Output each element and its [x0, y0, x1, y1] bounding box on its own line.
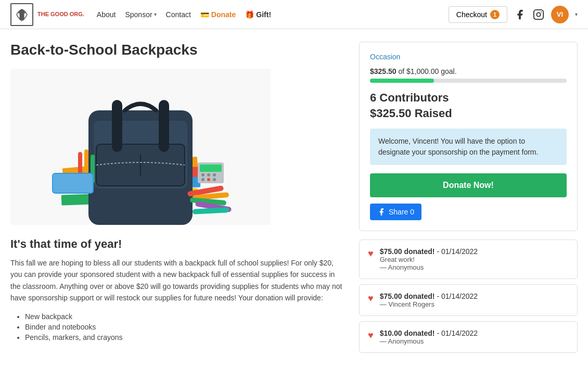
- heart-icon: ♥: [368, 248, 374, 259]
- donation-info-2: $10.00 donated! - 01/14/2022 — Anonymous: [380, 329, 569, 345]
- nav-donate[interactable]: 💳 Donate: [200, 10, 236, 19]
- raised-amount: $325.50: [370, 67, 397, 75]
- svg-point-28: [213, 173, 216, 176]
- fb-icon: [377, 208, 386, 216]
- nav-gift[interactable]: 🎁 Gift!: [245, 10, 271, 19]
- logo-text: THE GOOD ORG.: [37, 11, 84, 18]
- logo-icon: [14, 7, 30, 22]
- svg-rect-25: [200, 165, 222, 172]
- donation-info-1: $75.00 donated! - 01/14/2022 — Vincent R…: [380, 292, 569, 308]
- page-title: Back-to-School Backpacks: [10, 42, 343, 58]
- user-dropdown-icon[interactable]: ▾: [575, 11, 578, 17]
- campaign-panel: Occasion $325.50 of $1,000.00 goal. 6 Co…: [359, 42, 578, 231]
- goal-suffix: of $1,000.00 goal.: [397, 67, 457, 75]
- supply-list: New backpack Binder and notebooks Pencil…: [10, 312, 343, 342]
- donation-amount-2: $10.00 donated!: [380, 329, 435, 337]
- svg-point-29: [201, 178, 204, 181]
- fb-share-label: Share 0: [389, 208, 414, 216]
- svg-point-2: [541, 11, 542, 12]
- instagram-icon[interactable]: [532, 8, 545, 21]
- campaign-image: [10, 69, 271, 225]
- list-item: Pencils, markers, and crayons: [25, 333, 343, 342]
- donation-amount-0: $75.00 donated!: [380, 247, 435, 256]
- donation-amount-1: $75.00 donated!: [380, 292, 435, 300]
- donation-donor-0: — Anonymous: [380, 263, 569, 271]
- svg-point-30: [207, 178, 210, 181]
- checkout-badge: 1: [490, 10, 500, 19]
- logo[interactable]: THE GOOD ORG.: [10, 3, 84, 26]
- donation-date-2: -: [437, 329, 441, 337]
- logo-box: [10, 3, 33, 26]
- raised-label: $325.50 Raised: [370, 107, 567, 120]
- svg-point-31: [213, 178, 216, 181]
- donation-donor-2: — Anonymous: [380, 337, 569, 345]
- svg-rect-12: [112, 100, 122, 152]
- nav-donate-label: Donate: [211, 10, 236, 19]
- list-item: Binder and notebooks: [25, 323, 343, 331]
- right-column: Occasion $325.50 of $1,000.00 goal. 6 Co…: [359, 42, 578, 358]
- svg-point-26: [201, 173, 204, 176]
- main-container: Back-to-School Backpacks: [0, 29, 588, 371]
- donation-date-val-0: 01/14/2022: [441, 247, 478, 256]
- donation-donor-1: — Vincent Rogers: [380, 300, 569, 308]
- chevron-down-icon: ▾: [154, 11, 157, 17]
- goal-text: $325.50 of $1,000.00 goal.: [370, 67, 567, 75]
- donation-line-2: $10.00 donated! - 01/14/2022: [380, 329, 569, 337]
- checkout-label: Checkout: [456, 10, 487, 19]
- progress-bar-container: [370, 79, 567, 83]
- nav-gift-label: Gift!: [256, 10, 271, 19]
- checkout-button[interactable]: Checkout 1: [449, 6, 507, 23]
- donation-line-0: $75.00 donated! - 01/14/2022: [380, 247, 569, 256]
- nav-right: Checkout 1 VI ▾: [449, 6, 578, 23]
- backpack-illustration: [10, 69, 271, 225]
- donate-now-button[interactable]: Donate Now!: [370, 173, 567, 197]
- donation-message-0: Great work!: [380, 256, 569, 263]
- donation-info-0: $75.00 donated! - 01/14/2022 Great work!…: [380, 247, 569, 271]
- content-body: This fall we are hoping to bless all our…: [10, 257, 343, 304]
- progress-bar-fill: [370, 79, 434, 83]
- donation-date-val-2: 01/14/2022: [441, 329, 478, 337]
- donation-date-0: -: [437, 247, 441, 256]
- welcome-message: Welcome, Vincent! You will have the opti…: [370, 129, 567, 165]
- svg-rect-0: [534, 9, 543, 19]
- donation-card-1: ♥ $75.00 donated! - 01/14/2022 — Vincent…: [359, 284, 578, 316]
- list-item: New backpack: [25, 312, 343, 321]
- donation-date-1: -: [437, 292, 441, 300]
- nav-sponsor[interactable]: Sponsor ▾: [125, 10, 156, 19]
- facebook-icon[interactable]: [514, 8, 526, 21]
- nav-about[interactable]: About: [97, 10, 116, 19]
- card-icon: 💳: [200, 10, 209, 19]
- nav-contact[interactable]: Contact: [166, 10, 191, 19]
- nav-links: About Sponsor ▾ Contact 💳 Donate 🎁 Gift!: [97, 10, 449, 19]
- heart-icon: ♥: [368, 293, 374, 304]
- donation-card-2: ♥ $10.00 donated! - 01/14/2022 — Anonymo…: [359, 321, 578, 353]
- contributors-count: 6 Contributors: [370, 91, 567, 105]
- gift-icon: 🎁: [245, 10, 254, 19]
- nav-sponsor-label: Sponsor: [125, 10, 152, 19]
- donation-card-0: ♥ $75.00 donated! - 01/14/2022 Great wor…: [359, 239, 578, 279]
- svg-rect-13: [159, 100, 169, 152]
- navbar: THE GOOD ORG. About Sponsor ▾ Contact 💳 …: [0, 0, 588, 29]
- left-column: Back-to-School Backpacks: [10, 42, 343, 358]
- donation-line-1: $75.00 donated! - 01/14/2022: [380, 292, 569, 300]
- donation-date-val-1: 01/14/2022: [441, 292, 478, 300]
- svg-rect-18: [53, 174, 93, 193]
- svg-point-1: [536, 12, 540, 16]
- svg-point-27: [207, 173, 210, 176]
- content-subtitle: It's that time of year!: [10, 237, 343, 251]
- user-avatar[interactable]: VI: [551, 6, 569, 23]
- svg-rect-23: [193, 207, 229, 214]
- facebook-share-button[interactable]: Share 0: [370, 204, 421, 220]
- occasion-label: Occasion: [370, 53, 567, 61]
- heart-icon: ♥: [368, 330, 374, 341]
